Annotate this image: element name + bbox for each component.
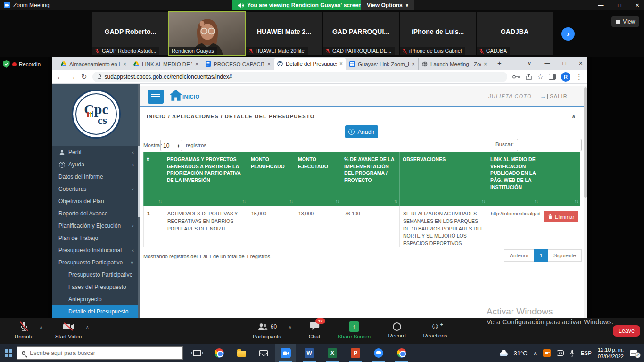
tray-mic-icon[interactable]: [570, 350, 575, 357]
taskbar-search-input[interactable]: [30, 350, 178, 356]
taskbar-excel[interactable]: X: [322, 344, 343, 362]
column-header-monto-ejecutado[interactable]: MONTO EJECUTADO ↑↓: [295, 152, 341, 206]
participant-tile[interactable]: iPhone de Luis... iPhone de Luis Gabriel: [400, 12, 476, 55]
screen-cast-icon[interactable]: [557, 350, 564, 356]
unmute-button[interactable]: Unmute: [10, 321, 38, 339]
browser-maximize-button[interactable]: □: [563, 60, 566, 66]
password-key-icon[interactable]: [512, 74, 520, 79]
view-layout-button[interactable]: View: [611, 16, 639, 27]
tab-close-icon[interactable]: ×: [123, 61, 126, 67]
browser-tab[interactable]: Guayas: Link Zoom_P ×: [346, 58, 418, 70]
browser-tab[interactable]: Launch Meeting - Zoo ×: [418, 58, 490, 70]
next-participants-button[interactable]: ›: [561, 27, 575, 41]
video-options-chevron[interactable]: ∧: [86, 325, 89, 329]
pagination-page-1[interactable]: 1: [534, 249, 548, 262]
logout-button[interactable]: → SALIR: [540, 93, 568, 99]
language-indicator[interactable]: ESP: [581, 350, 592, 356]
page-size-select[interactable]: 10 ▴▾: [160, 140, 182, 151]
tab-close-icon[interactable]: ×: [484, 61, 487, 67]
browser-tab-active[interactable]: Detalle del Presupues ×: [274, 58, 346, 70]
browser-close-button[interactable]: ×: [579, 59, 583, 67]
unmute-options-chevron[interactable]: ∧: [40, 325, 43, 329]
sidebar-item-objetivos-del-plan[interactable]: Objetivos del Plan: [52, 195, 140, 207]
action-center-icon[interactable]: 2: [630, 350, 637, 356]
participant-tile[interactable]: GADJBA GADJBA: [477, 12, 553, 55]
sidebar-item-reporte-del-avance[interactable]: Reporte del Avance: [52, 207, 140, 220]
column-header-programas[interactable]: PROGRAMAS Y PROYECTOS GENERADOS A PARTIR…: [164, 152, 248, 206]
sidebar-item-datos-del-informe[interactable]: Datos del Informe: [52, 171, 140, 183]
view-options-button[interactable]: View Options ∨: [361, 0, 414, 10]
share-screen-button[interactable]: ↑ Share Screen: [337, 321, 372, 339]
browser-tab[interactable]: LINK AL MEDIO DE VE ×: [130, 58, 202, 70]
sidebar-item-perfil[interactable]: Perfil ‹: [52, 146, 140, 158]
minimize-button[interactable]: —: [598, 2, 604, 8]
new-tab-button[interactable]: +: [497, 59, 502, 67]
sidebar-subitem-detalle-del-presupuesto[interactable]: Detalle del Presupuesto: [52, 305, 140, 318]
home-link[interactable]: INICIO: [170, 90, 200, 101]
sidebar-item-coberturas[interactable]: Coberturas ‹: [52, 183, 140, 195]
participant-tile[interactable]: HUAWEI Mate 2... HUAWEI Mate 20 lite: [246, 12, 322, 55]
address-bar[interactable]: sudappstest.cpccs.gob.ec/rendicioncuenta…: [92, 72, 507, 82]
browser-menu-icon[interactable]: ⋮: [576, 73, 583, 81]
taskbar-powerpoint[interactable]: P: [345, 344, 366, 362]
browser-minimize-button[interactable]: —: [545, 60, 550, 66]
start-button-icon[interactable]: [5, 349, 12, 357]
search-input[interactable]: [517, 139, 582, 151]
participant-tile[interactable]: GAD PARROQUI... GAD PARROQUIAL DE...: [323, 12, 399, 55]
taskbar-search[interactable]: [17, 346, 183, 360]
taskbar-zoom[interactable]: [275, 344, 296, 362]
sidebar-subitem-fases-del-presupuesto[interactable]: Fases del Presupuesto: [52, 281, 140, 293]
delete-button[interactable]: Eliminar: [544, 211, 578, 222]
close-button[interactable]: ×: [636, 1, 639, 9]
taskbar-chat-app[interactable]: [368, 344, 389, 362]
participants-options-chevron[interactable]: ∧: [289, 325, 292, 329]
collapse-chevron-icon[interactable]: ∧: [571, 113, 577, 120]
sidebar-subitem-anteproyecto[interactable]: Anteproyecto: [52, 293, 140, 305]
tab-close-icon[interactable]: ×: [412, 61, 415, 67]
column-header-observaciones[interactable]: OBSERVACIONES ↑↓: [400, 152, 487, 206]
page-scrollbar[interactable]: [584, 86, 587, 318]
participants-button[interactable]: 60 Participants: [249, 321, 285, 339]
weather-cloud-icon[interactable]: [500, 352, 508, 356]
column-header-avance[interactable]: % DE AVANCE DE LA IMPLEMENTACIÓN DEL PRO…: [341, 152, 400, 206]
sidebar-item-presupuesto-participativo[interactable]: Presupuesto Participativo ∨: [52, 256, 140, 269]
taskbar-word[interactable]: W: [299, 344, 320, 362]
side-panel-icon[interactable]: [549, 74, 556, 80]
column-header-num[interactable]: # ↑↓: [143, 152, 164, 206]
reactions-button[interactable]: ☺+ Reactions: [421, 321, 450, 338]
bookmark-star-icon[interactable]: ☆: [537, 73, 544, 81]
column-header-link[interactable]: LINK AL MEDIO DE VERIFICACIÓN PUBLICADO …: [487, 152, 540, 206]
browser-tab[interactable]: PROCESO CAPACITAC ×: [202, 58, 274, 70]
pagination-next[interactable]: Siguiente: [548, 249, 582, 262]
tab-close-icon[interactable]: ×: [267, 61, 271, 67]
profile-avatar[interactable]: R: [561, 72, 570, 82]
java-update-icon[interactable]: [543, 349, 551, 357]
record-button[interactable]: Record: [385, 321, 409, 338]
sidebar-item-presupuesto-institucional[interactable]: Presupuesto Institucional ‹: [52, 244, 140, 256]
sidebar-item-plan-de-trabajo[interactable]: Plan de Trabajo: [52, 232, 140, 244]
chat-button[interactable]: 12 Chat: [303, 321, 326, 339]
task-view-button[interactable]: [187, 344, 207, 362]
hamburger-menu-button[interactable]: [148, 90, 164, 104]
start-video-button[interactable]: Start Video: [53, 321, 84, 339]
leave-button[interactable]: Leave: [613, 325, 640, 337]
column-header-monto-planificado[interactable]: MONTO PLANIFICADO ↑↓: [248, 152, 295, 206]
tab-close-icon[interactable]: ×: [195, 61, 198, 67]
sidebar-item-ayuda[interactable]: ? Ayuda ‹: [52, 158, 140, 171]
browser-tab[interactable]: Almacenamiento en la ×: [58, 58, 130, 70]
tab-search-chevron[interactable]: ∨: [528, 60, 532, 66]
forward-icon[interactable]: →: [69, 73, 76, 81]
participant-tile[interactable]: GADP Roberto... GADP Roberto Astudi...: [92, 12, 168, 55]
clock[interactable]: 12:10 p. m. 07/04/2022: [598, 346, 624, 360]
tab-close-icon[interactable]: ×: [339, 60, 343, 67]
maximize-button[interactable]: □: [618, 2, 621, 8]
reload-icon[interactable]: ↻: [81, 73, 87, 81]
taskbar-chrome[interactable]: [209, 344, 230, 362]
user-name[interactable]: JULIETA COTO: [488, 93, 532, 99]
taskbar-browser[interactable]: [391, 344, 412, 362]
participant-tile-active-video[interactable]: Rendicion Guayas: [169, 12, 245, 55]
sidebar-subitem-presupuesto-participativo[interactable]: Presupuesto Participativo: [52, 269, 140, 281]
sidebar-item-planificacion-y-ejecucion[interactable]: Planificación y Ejecución ‹: [52, 220, 140, 232]
add-button[interactable]: + Añadir: [345, 125, 378, 138]
back-icon[interactable]: ←: [57, 73, 64, 81]
